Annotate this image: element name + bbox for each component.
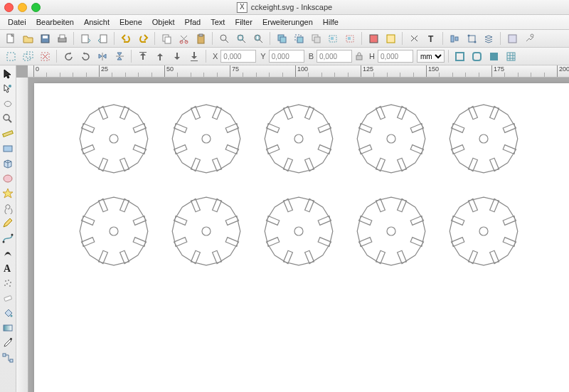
select-all-layers-button[interactable]: [20, 48, 36, 64]
ungroup-button[interactable]: [342, 31, 358, 46]
width-input[interactable]: [317, 50, 352, 63]
ellipse-tool[interactable]: [1, 171, 15, 186]
menu-bearbeiten[interactable]: Bearbeiten: [31, 18, 79, 26]
menu-datei[interactable]: Datei: [3, 18, 31, 26]
eraser-tool[interactable]: [1, 291, 15, 305]
gear-shape[interactable]: [262, 194, 336, 268]
minimize-window-button[interactable]: [18, 3, 27, 12]
group-button[interactable]: [325, 31, 341, 46]
rectangle-tool[interactable]: [1, 142, 15, 156]
paint-bucket-tool[interactable]: [1, 306, 15, 320]
raise-button[interactable]: [152, 48, 168, 64]
cut-button[interactable]: [176, 31, 191, 46]
spray-tool[interactable]: [1, 276, 15, 290]
deselect-button[interactable]: [37, 48, 53, 64]
text-dialog-button[interactable]: [383, 31, 398, 46]
lower-bottom-button[interactable]: [186, 48, 202, 64]
rotate-cw-button[interactable]: [78, 48, 93, 64]
raise-top-button[interactable]: [135, 48, 151, 64]
select-all-button[interactable]: [3, 48, 18, 64]
xml-editor-button[interactable]: [406, 31, 422, 46]
menu-erweiterungen[interactable]: Erweiterungen: [257, 18, 318, 26]
text-tool-dialog-button[interactable]: T: [423, 31, 439, 46]
rotate-ccw-button[interactable]: [60, 48, 76, 64]
y-input[interactable]: [269, 50, 304, 63]
new-document-button[interactable]: [3, 31, 18, 46]
measure-tool[interactable]: [1, 127, 15, 141]
horizontal-ruler[interactable]: 0255075100125150175200: [28, 65, 569, 78]
calligraphy-tool[interactable]: [1, 246, 15, 260]
gear-shape[interactable]: [262, 102, 336, 176]
gear-shape[interactable]: [447, 194, 521, 268]
svg-rect-40: [26, 52, 33, 58]
zoom-page-button[interactable]: [250, 31, 266, 46]
preferences-dialog-button[interactable]: [504, 31, 520, 46]
print-button[interactable]: [54, 31, 70, 46]
gear-shape[interactable]: [169, 194, 243, 268]
node-tool[interactable]: [1, 82, 15, 96]
open-button[interactable]: [20, 31, 36, 46]
gear-shape[interactable]: [447, 102, 521, 176]
gear-shape[interactable]: [77, 102, 151, 176]
transform-dialog-button[interactable]: [464, 31, 479, 46]
clone-button[interactable]: [291, 31, 307, 46]
gear-shape[interactable]: [354, 102, 428, 176]
star-tool[interactable]: [1, 186, 15, 201]
menu-ansicht[interactable]: Ansicht: [79, 18, 115, 26]
height-input[interactable]: [378, 50, 413, 63]
zoom-tool[interactable]: [1, 112, 15, 126]
svg-rect-0: [7, 34, 14, 43]
zoom-window-button[interactable]: [31, 3, 41, 12]
copy-button[interactable]: [159, 31, 174, 46]
menu-hilfe[interactable]: Hilfe: [318, 18, 344, 26]
duplicate-button[interactable]: [274, 31, 289, 46]
affect-gradient-button[interactable]: [486, 48, 502, 64]
redo-button[interactable]: [135, 31, 151, 46]
flip-horizontal-button[interactable]: [95, 48, 110, 64]
gear-shape[interactable]: [77, 194, 151, 268]
gradient-tool[interactable]: [1, 321, 15, 335]
spiral-tool[interactable]: [1, 201, 15, 216]
menu-filter[interactable]: Filter: [230, 18, 257, 26]
unit-select[interactable]: mm: [417, 50, 445, 63]
text-tool[interactable]: A: [1, 261, 15, 275]
layers-dialog-button[interactable]: [481, 31, 496, 46]
zoom-selection-button[interactable]: [216, 31, 232, 46]
window-controls: [4, 3, 41, 12]
pencil-tool[interactable]: [1, 216, 15, 231]
affect-corners-button[interactable]: [469, 48, 485, 64]
zoom-drawing-button[interactable]: [233, 31, 249, 46]
svg-rect-52: [3, 131, 14, 137]
affect-stroke-button[interactable]: [452, 48, 468, 64]
bezier-tool[interactable]: [1, 231, 15, 245]
export-button[interactable]: [95, 31, 110, 46]
paste-button[interactable]: [193, 31, 208, 46]
tweak-tool[interactable]: [1, 97, 15, 111]
gear-shape[interactable]: [354, 194, 428, 268]
unlink-clone-button[interactable]: [308, 31, 324, 46]
menu-text[interactable]: Text: [206, 18, 230, 26]
selector-tool[interactable]: [1, 67, 15, 81]
save-button[interactable]: [37, 31, 53, 46]
align-dialog-button[interactable]: [447, 31, 462, 46]
close-window-button[interactable]: [4, 3, 14, 12]
x-input[interactable]: [220, 50, 256, 63]
import-button[interactable]: [78, 31, 93, 46]
canvas[interactable]: [28, 78, 569, 392]
vertical-ruler[interactable]: [16, 78, 28, 392]
document-properties-button[interactable]: [521, 31, 537, 46]
svg-point-76: [202, 227, 211, 235]
lower-button[interactable]: [169, 48, 185, 64]
gear-shape[interactable]: [169, 102, 243, 176]
fill-stroke-dialog-button[interactable]: [366, 31, 381, 46]
dropper-tool[interactable]: [1, 336, 15, 350]
menu-ebene[interactable]: Ebene: [115, 18, 147, 26]
connector-tool[interactable]: [1, 351, 15, 365]
affect-pattern-button[interactable]: [504, 48, 519, 64]
flip-vertical-button[interactable]: [112, 48, 127, 64]
3dbox-tool[interactable]: [1, 157, 15, 171]
lock-aspect-button[interactable]: [353, 48, 365, 64]
undo-button[interactable]: [118, 31, 134, 46]
menu-objekt[interactable]: Objekt: [147, 18, 180, 26]
menu-pfad[interactable]: Pfad: [180, 18, 206, 26]
